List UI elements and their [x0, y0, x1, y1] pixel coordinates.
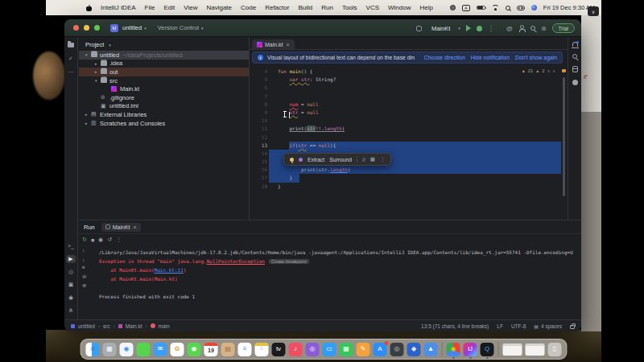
line-number[interactable]: 11 [250, 125, 267, 133]
tree-row[interactable]: Main.kt [79, 84, 249, 93]
console-side-icon[interactable]: ↓ [82, 257, 86, 262]
dock-app-icon[interactable]: 19 [204, 343, 218, 356]
editor-scrollbar[interactable] [563, 77, 565, 196]
code-editor[interactable]: 4 fun main() { 5 var str: String? 6 7 [250, 68, 568, 220]
extract-button[interactable]: Extract [308, 157, 324, 162]
dock-app-icon[interactable]: ≡ [255, 343, 269, 356]
dock-app-icon[interactable]: ✿ [171, 343, 184, 356]
tree-row[interactable]: ▸ ▥ Scratches and Consoles [79, 119, 249, 128]
code-line[interactable]: 12 [250, 134, 568, 142]
editor-tab-mainkt[interactable]: Main.kt × [252, 39, 295, 49]
menu-item[interactable]: IntelliJ IDEA [101, 4, 136, 11]
console-output[interactable]: /Library/Java/JavaVirtualMachines/jdk-17… [99, 248, 581, 319]
dock-app-icon[interactable]: ▤ [221, 343, 235, 356]
tree-row[interactable]: ▸ out [79, 68, 249, 76]
close-window-button[interactable] [73, 25, 79, 31]
code-line[interactable]: 4 fun main() { [250, 68, 568, 76]
menu-item[interactable]: VCS [366, 4, 379, 11]
dock-app-icon[interactable]: ◆ [407, 343, 421, 356]
line-number[interactable]: 13 [250, 142, 267, 150]
dock-app-icon[interactable]: ✉ [154, 343, 167, 356]
console-toolbar-icon[interactable]: ↺ [107, 237, 112, 243]
indent-widget[interactable]: 4 spaces [541, 323, 562, 329]
dock-app-icon[interactable]: ≡ [238, 343, 252, 356]
tree-chevron-icon[interactable]: ▸ [95, 69, 101, 74]
menu-item[interactable]: File [145, 4, 155, 11]
code-line[interactable]: 7 [250, 93, 568, 101]
dock-app-icon[interactable] [503, 343, 522, 356]
code-line[interactable]: 9 str = null [250, 109, 568, 117]
dock-app-icon[interactable]: ▭ [323, 343, 336, 356]
tool-window-icon[interactable]: ▶ [66, 255, 76, 263]
menu-item[interactable]: Run [321, 4, 333, 11]
console-toolbar-icon[interactable]: ■ [91, 237, 94, 243]
code-line[interactable]: 13 if(str == null){ [250, 142, 568, 150]
next-problem-icon[interactable]: ∨ [552, 68, 555, 73]
dock-app-icon[interactable] [498, 342, 499, 356]
menu-item[interactable]: Navigate [206, 4, 232, 11]
encoding-widget[interactable]: UTF-8 [511, 323, 526, 329]
dock-app-icon[interactable] [526, 343, 545, 356]
breadcrumb-project[interactable]: untitled [78, 323, 95, 329]
settings-gear-icon[interactable]: ⊛ [541, 25, 547, 32]
wifi-icon[interactable] [492, 5, 499, 10]
control-center-icon[interactable] [517, 6, 525, 10]
menu-item[interactable]: Help [419, 4, 432, 11]
input-source-icon[interactable]: A [462, 5, 470, 11]
more-actions-icon[interactable]: ⋮ [488, 25, 494, 32]
console-toolbar-icon[interactable]: ◉ [98, 237, 103, 243]
battery-icon[interactable] [477, 6, 485, 10]
run-button[interactable] [466, 25, 471, 31]
code-line[interactable]: 6 [250, 84, 568, 92]
line-ending-widget[interactable]: LF [497, 323, 503, 329]
more-icon[interactable]: ⋮ [380, 156, 386, 162]
line-number[interactable]: 9 [250, 109, 267, 117]
project-avatar[interactable]: U [110, 24, 118, 32]
dock-app-icon[interactable]: ▲ [424, 343, 438, 356]
console-side-icon[interactable]: ↑ [82, 248, 86, 253]
line-number[interactable]: 16 [250, 166, 267, 174]
tool-window-icon[interactable]: ◎ [66, 268, 76, 276]
close-tab-icon[interactable]: × [287, 42, 290, 47]
dock-app-icon[interactable]: A [374, 343, 387, 356]
dock-app-icon[interactable]: ☺ [86, 343, 100, 356]
run-config-selector[interactable]: MainKt [431, 25, 450, 32]
line-number[interactable]: 14 [250, 150, 267, 158]
code-line[interactable]: 17 } [250, 174, 568, 182]
breadcrumb-file[interactable]: Main.kt [126, 323, 142, 329]
dock-app-icon[interactable]: ▯ [548, 343, 562, 356]
menu-item[interactable]: Window [388, 4, 411, 11]
line-number[interactable]: 10 [250, 117, 267, 125]
console-side-icon[interactable]: ⊛ [82, 282, 86, 289]
siri-icon[interactable] [531, 5, 537, 10]
dock-app-icon[interactable]: ♪ [289, 343, 303, 356]
menu-item[interactable]: Build [298, 4, 312, 11]
code-line[interactable]: 8 num = null [250, 101, 568, 109]
vcs-widget[interactable]: Version Control [158, 24, 199, 31]
line-number[interactable]: 15 [250, 158, 267, 166]
dock-app-icon[interactable]: ▦ [340, 343, 353, 356]
find-tool-icon[interactable] [572, 54, 577, 59]
screen-record-icon[interactable] [450, 5, 456, 10]
tree-row[interactable]: ▾ src [79, 76, 249, 85]
token[interactable]: NullPointerException [207, 258, 265, 264]
token[interactable]: Main.kt:11 [155, 267, 184, 273]
code-line[interactable]: 16 print(str.length) [250, 166, 568, 174]
close-run-tab-icon[interactable]: × [134, 224, 137, 230]
dock-app-icon[interactable]: ◉ [447, 343, 460, 356]
banner-action-link[interactable]: Don't show again [515, 55, 557, 60]
intention-bulb-icon[interactable] [290, 158, 294, 162]
dock-app-icon[interactable]: ◉ [188, 343, 201, 356]
error-stripe-mark[interactable] [562, 69, 566, 72]
menu-item[interactable]: Refactor [265, 4, 289, 11]
tree-row[interactable]: ⊘ .gitignore [79, 93, 249, 102]
zoom-window-button[interactable] [94, 25, 100, 31]
breadcrumb-src[interactable]: src [103, 323, 110, 329]
comment-icon[interactable]: // [362, 157, 365, 162]
console-side-icon[interactable]: ⊘ [82, 274, 86, 280]
line-number[interactable]: 12 [250, 134, 267, 142]
ide-titlebar[interactable]: U untitled ▾ Version Control ▾ MainKt ▾ … [64, 19, 581, 37]
caret-position-widget[interactable]: 13:5 (71 chars, 4 line breaks) [421, 323, 489, 329]
tool-window-icon[interactable]: ◉ [66, 294, 76, 302]
notifications-bell-icon[interactable] [572, 42, 578, 47]
